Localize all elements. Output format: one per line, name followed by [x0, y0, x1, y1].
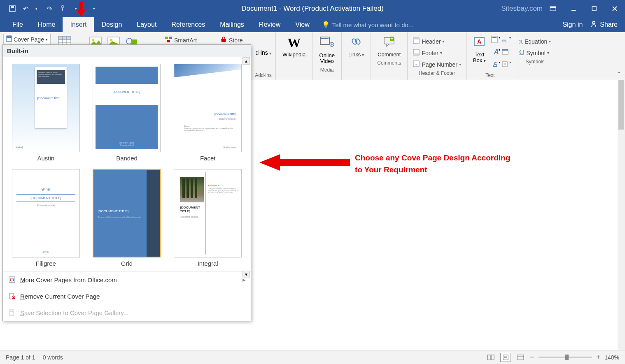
vertical-scrollbar[interactable] [618, 80, 625, 350]
links-label: Links [348, 51, 364, 58]
gallery-item-grid[interactable]: [DOCUMENT TITLE] Document subtitle text … [91, 169, 163, 267]
tab-mailings[interactable]: Mailings [212, 17, 252, 32]
ribbon-group-media: OnlineVideo Media [312, 32, 342, 80]
cover-page-button[interactable]: Cover Page ▾ [3, 34, 51, 45]
thumb-grid: [DOCUMENT TITLE] Document subtitle text … [93, 169, 161, 257]
print-layout-icon[interactable] [500, 353, 511, 362]
tab-file[interactable]: File [5, 17, 30, 32]
close-icon[interactable] [604, 0, 625, 17]
ribbon-group-addins: d-ins Add-ins [251, 32, 276, 80]
wikipedia-label: Wikipedia [282, 51, 306, 58]
header-footer-group-label: Header & Footer [411, 70, 462, 77]
page-number-button[interactable]: # Page Number [411, 59, 462, 70]
wikipedia-icon: W [287, 35, 301, 51]
web-layout-icon[interactable] [515, 353, 526, 362]
share-button[interactable]: Share [590, 20, 618, 29]
signature-line-icon[interactable]: ▾ [501, 35, 511, 45]
comments-group-label: Comments [374, 59, 404, 67]
tab-view[interactable]: View [288, 17, 317, 32]
gallery-grid: Draw your reader in with an engaging abs… [3, 57, 251, 271]
links-button[interactable]: Links [345, 34, 367, 59]
page-indicator[interactable]: Page 1 of 1 [6, 354, 35, 361]
tab-layout[interactable]: Layout [129, 17, 164, 32]
save-icon[interactable] [7, 4, 17, 14]
date-time-icon[interactable] [501, 48, 511, 58]
addins-partial-label[interactable]: d-ins [255, 49, 271, 56]
more-cover-pages-item[interactable]: More Cover Pages from Office.com ▶ [3, 271, 251, 288]
gallery-item-integral[interactable]: ABSTRACTDraw your reader in with an enga… [171, 169, 244, 267]
header-button[interactable]: Header [411, 36, 462, 46]
tab-references[interactable]: References [164, 17, 212, 32]
footer-button[interactable]: Footer [411, 48, 462, 58]
wordart-icon[interactable]: A▾ [491, 48, 500, 58]
addins-group-label: Add-ins [254, 72, 272, 79]
page-number-icon: # [413, 60, 420, 69]
smartart-button[interactable]: SmartArt [163, 35, 198, 45]
svg-text:A: A [477, 38, 481, 45]
office-com-icon [8, 276, 16, 284]
tell-me-search[interactable]: 💡 Tell me what you want to do... [322, 17, 414, 32]
equation-icon: π [519, 37, 523, 46]
tell-me-placeholder: Tell me what you want to do... [332, 21, 414, 28]
text-group-label: Text [470, 72, 511, 79]
ribbon-display-icon[interactable] [543, 0, 563, 17]
window-controls [543, 0, 625, 17]
tab-insert[interactable]: Insert [63, 17, 94, 32]
comment-button[interactable]: Comment [374, 34, 404, 59]
read-mode-icon[interactable] [485, 353, 496, 362]
ribbon-button-wikipedia[interactable]: W Wikipedia [276, 32, 312, 80]
collapse-ribbon-icon[interactable]: ⌃ [617, 71, 622, 77]
svg-rect-41 [504, 63, 506, 65]
gallery-scrollbar[interactable]: ▲ ▼ [243, 57, 250, 278]
zoom-in-icon[interactable]: + [596, 353, 601, 362]
remove-cover-page-item[interactable]: Remove Current Cover Page [3, 288, 251, 304]
gallery-label-austin: Austin [37, 155, 54, 162]
equation-button[interactable]: π Equation [518, 36, 553, 46]
chevron-down-icon: ▾ [46, 37, 48, 42]
undo-dropdown-icon[interactable]: ▾ [31, 4, 41, 14]
account-controls: Sign in Share [562, 17, 625, 32]
gallery-label-facet: Facet [200, 155, 216, 162]
svg-rect-54 [131, 39, 137, 44]
online-video-button[interactable]: OnlineVideo [316, 34, 338, 66]
word-count[interactable]: 0 words [43, 354, 63, 361]
minimize-icon[interactable] [563, 0, 584, 17]
drop-cap-icon[interactable]: A▾ [491, 60, 500, 70]
gallery-item-facet[interactable]: [Document title] [Document subtitle] Abs… [171, 64, 244, 162]
tab-design[interactable]: Design [94, 17, 129, 32]
gallery-item-filigree[interactable]: ❦ ❦ [DOCUMENT TITLE] [Document subtitle]… [9, 169, 82, 267]
scroll-down-icon[interactable]: ▼ [243, 271, 250, 278]
thumb-filigree: ❦ ❦ [DOCUMENT TITLE] [Document subtitle]… [12, 169, 80, 257]
scroll-up-icon[interactable]: ▲ [243, 57, 250, 65]
svg-rect-70 [517, 355, 524, 360]
sign-in-link[interactable]: Sign in [562, 21, 583, 28]
gallery-label-banded: Banded [116, 155, 138, 162]
text-box-button[interactable]: A TextBox ▾ [470, 34, 489, 65]
online-video-label: OnlineVideo [319, 53, 335, 65]
qat-customize-icon[interactable]: ▾ [89, 4, 99, 14]
symbol-button[interactable]: Ω Symbol [518, 48, 553, 58]
svg-point-52 [110, 39, 112, 41]
tab-home[interactable]: Home [30, 17, 63, 32]
touch-mode-icon[interactable] [58, 4, 68, 14]
store-button[interactable]: Store [218, 35, 244, 45]
zoom-slider[interactable] [539, 357, 592, 358]
zoom-level[interactable]: 140% [604, 354, 619, 361]
tab-review[interactable]: Review [252, 17, 288, 32]
maximize-icon[interactable] [584, 0, 604, 17]
gallery-item-banded[interactable]: [DOCUMENT TITLE] [COMPANY NAME][Company … [91, 64, 163, 162]
redo-icon[interactable]: ↷ [44, 4, 54, 14]
gallery-item-austin[interactable]: Draw your reader in with an engaging abs… [9, 64, 82, 162]
window-title: Document1 - Word (Product Activation Fai… [241, 5, 384, 13]
svg-rect-6 [592, 7, 596, 11]
scrollbar-thumb[interactable] [618, 80, 624, 130]
svg-text:▾: ▾ [509, 60, 511, 64]
undo-icon[interactable]: ↶ [21, 4, 30, 14]
store-icon [220, 36, 227, 44]
quick-parts-icon[interactable]: ▾ [491, 35, 500, 45]
svg-text:▾: ▾ [499, 60, 500, 64]
svg-text:A: A [494, 48, 499, 55]
zoom-out-icon[interactable]: − [530, 353, 534, 362]
object-icon[interactable]: ▾ [501, 60, 511, 70]
svg-point-9 [592, 21, 595, 24]
